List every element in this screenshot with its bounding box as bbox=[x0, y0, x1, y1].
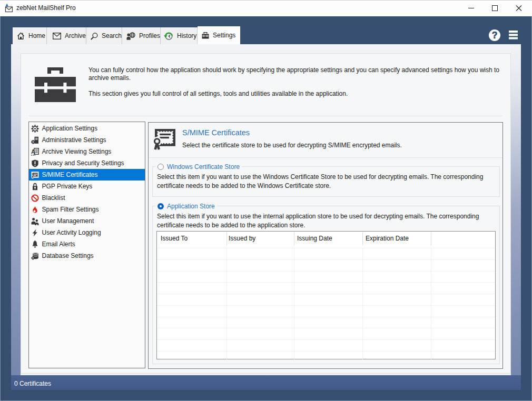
svg-text:A: A bbox=[31, 148, 35, 155]
svg-text:?: ? bbox=[492, 30, 498, 41]
